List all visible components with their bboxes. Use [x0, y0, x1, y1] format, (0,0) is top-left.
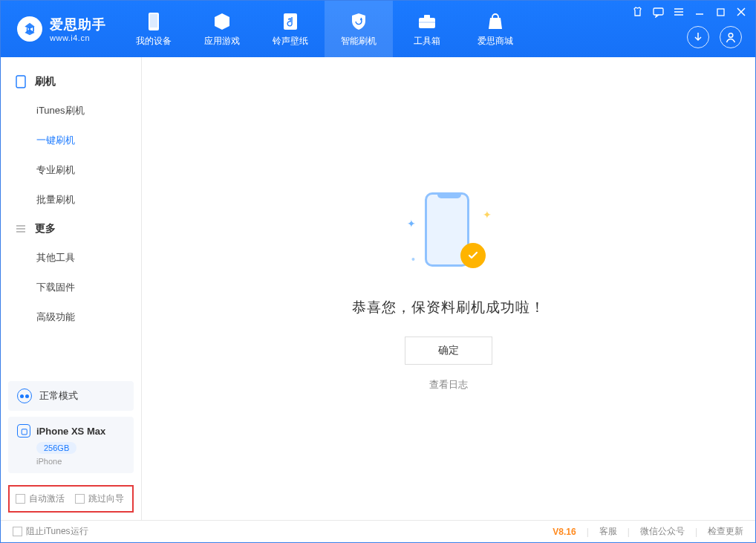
checkbox-icon: [75, 494, 85, 504]
footer-link-update[interactable]: 检查更新: [708, 525, 743, 538]
music-file-icon: [280, 11, 301, 32]
checkbox-auto-activate[interactable]: 自动激活: [16, 492, 65, 505]
options-row: 自动激活 跳过向导: [8, 485, 134, 513]
success-message: 恭喜您，保资料刷机成功啦！: [352, 298, 545, 317]
checkbox-stop-itunes[interactable]: 阻止iTunes运行: [13, 525, 88, 538]
header-actions: [687, 26, 742, 48]
nav-apps-games[interactable]: 应用游戏: [188, 1, 256, 57]
sidebar: 刷机 iTunes刷机 一键刷机 专业刷机 批量刷机 更多 其他工具 下载固件 …: [1, 57, 142, 520]
menu-icon[interactable]: [672, 5, 685, 19]
list-icon: [14, 224, 27, 234]
sparkle-icon: ✦: [407, 218, 416, 230]
download-button[interactable]: [687, 26, 709, 48]
nav-toolbox[interactable]: 工具箱: [393, 1, 461, 57]
nav-ringtone-wallpaper[interactable]: 铃声壁纸: [256, 1, 325, 57]
sidebar-item-download-firmware[interactable]: 下载固件: [1, 273, 141, 302]
mode-block[interactable]: 正常模式: [8, 381, 134, 411]
sidebar-item-pro-flash[interactable]: 专业刷机: [1, 155, 141, 185]
success-illustration: ✦ ✦ •: [404, 186, 493, 276]
sidebar-item-oneclick-flash[interactable]: 一键刷机: [1, 126, 141, 155]
svg-rect-7: [654, 8, 663, 15]
svg-rect-5: [424, 15, 430, 19]
phone-icon: [143, 11, 164, 32]
bag-icon: [485, 11, 506, 32]
user-button[interactable]: [720, 26, 742, 48]
shield-refresh-icon: [348, 11, 369, 32]
svg-point-9: [729, 33, 733, 38]
sparkle-icon: •: [411, 253, 415, 265]
header: iU 爱思助手 www.i4.cn 我的设备 应用游戏 铃声壁纸 智能: [1, 1, 755, 57]
minimize-button[interactable]: [693, 5, 706, 19]
mode-label: 正常模式: [39, 389, 78, 403]
feedback-icon[interactable]: [651, 5, 665, 19]
ok-button[interactable]: 确定: [405, 336, 492, 365]
sidebar-item-advanced[interactable]: 高级功能: [1, 302, 141, 332]
device-outline-icon: [14, 75, 27, 88]
sidebar-group-flash: 刷机: [1, 68, 141, 96]
mode-icon: [17, 388, 32, 403]
nav-my-device[interactable]: 我的设备: [120, 1, 188, 57]
window-controls: [630, 5, 748, 19]
footer: 阻止iTunes运行 V8.16 | 客服 | 微信公众号 | 检查更新: [1, 520, 755, 542]
body: 刷机 iTunes刷机 一键刷机 专业刷机 批量刷机 更多 其他工具 下载固件 …: [1, 57, 755, 520]
sidebar-group-more: 更多: [1, 215, 141, 243]
device-storage: 256GB: [36, 442, 76, 454]
toolbox-icon: [417, 11, 437, 32]
footer-link-support[interactable]: 客服: [599, 525, 617, 538]
device-name: iPhone XS Max: [36, 426, 105, 437]
close-button[interactable]: [734, 5, 748, 19]
maximize-button[interactable]: [714, 5, 727, 19]
logo-icon: iU: [17, 16, 42, 42]
device-block[interactable]: ▢ iPhone XS Max 256GB iPhone: [8, 417, 134, 473]
sparkle-icon: ✦: [483, 209, 492, 221]
app-url: www.i4.cn: [50, 33, 106, 42]
cube-icon: [212, 11, 232, 32]
app-name: 爱思助手: [50, 16, 106, 33]
top-nav: 我的设备 应用游戏 铃声壁纸 智能刷机 工具箱 爱思商城: [120, 1, 529, 57]
nav-smart-flash[interactable]: 智能刷机: [325, 1, 393, 57]
version-label: V8.16: [553, 527, 576, 537]
view-log-link[interactable]: 查看日志: [429, 378, 468, 391]
sidebar-item-batch-flash[interactable]: 批量刷机: [1, 185, 141, 215]
shirt-icon[interactable]: [630, 5, 644, 19]
checkmark-badge-icon: [460, 243, 486, 268]
app-window: iU 爱思助手 www.i4.cn 我的设备 应用游戏 铃声壁纸 智能: [0, 0, 756, 543]
sidebar-item-itunes-flash[interactable]: iTunes刷机: [1, 96, 141, 126]
svg-rect-8: [717, 9, 724, 16]
nav-store[interactable]: 爱思商城: [461, 1, 529, 57]
svg-rect-10: [16, 76, 25, 88]
svg-rect-6: [419, 22, 435, 23]
checkbox-icon: [13, 527, 22, 536]
device-type: iPhone: [36, 457, 125, 466]
main-content: ✦ ✦ • 恭喜您，保资料刷机成功啦！ 确定 查看日志: [142, 57, 755, 520]
footer-link-wechat[interactable]: 微信公众号: [640, 525, 685, 538]
checkbox-skip-guide[interactable]: 跳过向导: [75, 492, 124, 505]
svg-text:iU: iU: [26, 25, 35, 34]
svg-rect-2: [150, 14, 157, 27]
checkbox-icon: [16, 494, 25, 504]
sidebar-item-other-tools[interactable]: 其他工具: [1, 243, 141, 273]
device-icon: ▢: [17, 424, 30, 438]
logo: iU 爱思助手 www.i4.cn: [1, 1, 120, 57]
